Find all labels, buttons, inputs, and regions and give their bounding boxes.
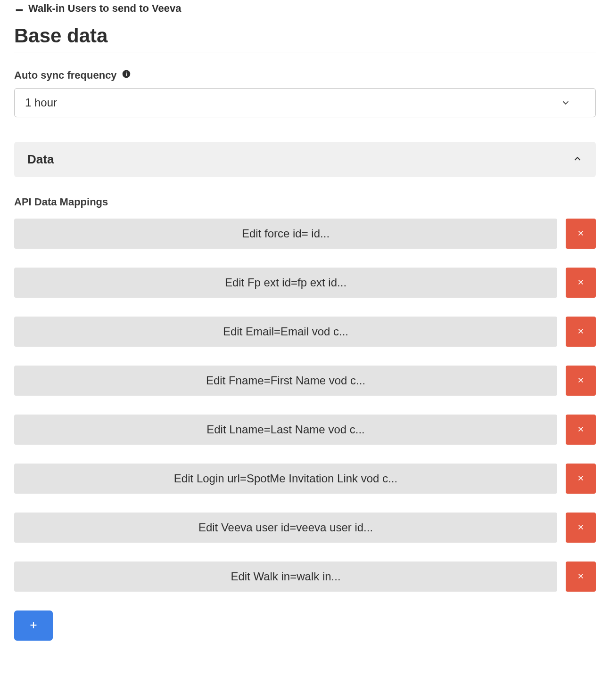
mapping-row: Edit Lname=Last Name vod c... [14, 415, 596, 445]
mapping-row: Edit Fp ext id=fp ext id... [14, 268, 596, 298]
edit-mapping-button[interactable]: Edit Lname=Last Name vod c... [14, 415, 557, 445]
edit-mapping-button[interactable]: Edit Walk in=walk in... [14, 562, 557, 592]
close-icon [577, 327, 585, 337]
download-icon [14, 2, 25, 15]
chevron-down-icon [561, 98, 571, 108]
mapping-row: Edit Fname=First Name vod c... [14, 366, 596, 396]
sync-frequency-label: Auto sync frequency [14, 69, 596, 81]
chevron-up-icon [572, 154, 583, 166]
delete-mapping-button[interactable] [566, 366, 596, 396]
mapping-row: Edit Login url=SpotMe Invitation Link vo… [14, 464, 596, 494]
edit-mapping-button[interactable]: Edit force id= id... [14, 219, 557, 249]
edit-mapping-button[interactable]: Edit Email=Email vod c... [14, 317, 557, 347]
delete-mapping-button[interactable] [566, 268, 596, 298]
sync-frequency-label-text: Auto sync frequency [14, 69, 117, 81]
breadcrumb-text: Walk-in Users to send to Veeva [28, 2, 181, 15]
delete-mapping-button[interactable] [566, 219, 596, 249]
api-mappings-label: API Data Mappings [14, 196, 596, 208]
close-icon [577, 376, 585, 386]
close-icon [577, 425, 585, 435]
page-title: Base data [14, 24, 596, 47]
breadcrumb: Walk-in Users to send to Veeva [14, 0, 596, 15]
data-accordion-title: Data [27, 152, 54, 167]
edit-mapping-button[interactable]: Edit Veeva user id=veeva user id... [14, 513, 557, 543]
delete-mapping-button[interactable] [566, 317, 596, 347]
delete-mapping-button[interactable] [566, 513, 596, 543]
plus-icon [28, 620, 39, 632]
mapping-row: Edit Email=Email vod c... [14, 317, 596, 347]
close-icon [577, 523, 585, 533]
delete-mapping-button[interactable] [566, 464, 596, 494]
mapping-row: Edit force id= id... [14, 219, 596, 249]
add-mapping-button[interactable] [14, 610, 53, 641]
delete-mapping-button[interactable] [566, 562, 596, 592]
info-icon[interactable] [122, 69, 131, 81]
close-icon [577, 278, 585, 288]
divider [14, 52, 596, 52]
delete-mapping-button[interactable] [566, 415, 596, 445]
svg-rect-1 [126, 73, 127, 76]
sync-frequency-select[interactable]: 1 hour [14, 88, 596, 117]
edit-mapping-button[interactable]: Edit Login url=SpotMe Invitation Link vo… [14, 464, 557, 494]
close-icon [577, 572, 585, 582]
close-icon [577, 474, 585, 484]
svg-rect-2 [126, 72, 127, 73]
mapping-row: Edit Walk in=walk in... [14, 562, 596, 592]
close-icon [577, 229, 585, 239]
edit-mapping-button[interactable]: Edit Fp ext id=fp ext id... [14, 268, 557, 298]
mapping-row: Edit Veeva user id=veeva user id... [14, 513, 596, 543]
data-accordion-header[interactable]: Data [14, 142, 596, 177]
sync-frequency-value: 1 hour [25, 96, 57, 109]
edit-mapping-button[interactable]: Edit Fname=First Name vod c... [14, 366, 557, 396]
